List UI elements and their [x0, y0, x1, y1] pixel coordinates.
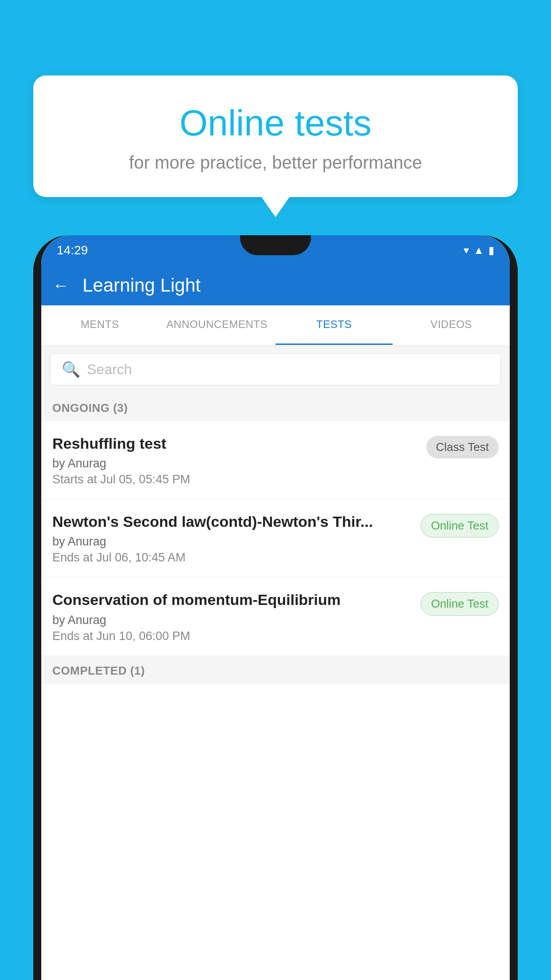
search-placeholder: Search [87, 361, 132, 378]
app-bar: ← Learning Light [41, 265, 510, 305]
back-button[interactable]: ← [52, 276, 69, 295]
test-list: Reshuffling test by Anurag Starts at Jul… [41, 421, 510, 656]
phone-screen: 14:29 ▾ ▲ ▮ ← Learning Light MENTS ANNOU… [41, 235, 510, 980]
tabs-bar: MENTS ANNOUNCEMENTS TESTS VIDEOS [41, 305, 510, 345]
test-date-newton: Ends at Jul 06, 10:45 AM [52, 551, 412, 565]
wifi-icon: ▾ [464, 244, 469, 257]
test-date-reshuffling: Starts at Jul 05, 05:45 PM [52, 473, 417, 486]
badge-online-test-newton: Online Test [421, 514, 499, 537]
test-date-conservation: Ends at Jun 10, 06:00 PM [52, 629, 412, 643]
search-icon: 🔍 [62, 360, 80, 378]
test-name-reshuffling: Reshuffling test [52, 434, 417, 453]
tab-videos[interactable]: VIDEOS [393, 305, 510, 345]
test-name-newton: Newton's Second law(contd)-Newton's Thir… [52, 512, 412, 531]
tab-tests[interactable]: TESTS [276, 305, 393, 345]
test-author-conservation: by Anurag [52, 613, 412, 627]
speech-bubble: Online tests for more practice, better p… [33, 75, 518, 197]
test-author-newton: by Anurag [52, 535, 412, 549]
status-icons: ▾ ▲ ▮ [464, 244, 494, 257]
app-title: Learning Light [83, 275, 201, 296]
search-container: 🔍 Search [41, 345, 510, 393]
signal-icon: ▲ [473, 244, 484, 257]
test-name-conservation: Conservation of momentum-Equilibrium [52, 590, 412, 609]
search-box[interactable]: 🔍 Search [50, 353, 501, 385]
test-info-conservation: Conservation of momentum-Equilibrium by … [52, 590, 412, 643]
badge-class-test: Class Test [426, 436, 499, 458]
test-item-reshuffling[interactable]: Reshuffling test by Anurag Starts at Jul… [41, 421, 510, 499]
bubble-subtitle: for more practice, better performance [55, 153, 496, 173]
bubble-title: Online tests [55, 102, 496, 144]
phone-notch [240, 235, 311, 255]
test-info-newton: Newton's Second law(contd)-Newton's Thir… [52, 512, 412, 565]
test-info-reshuffling: Reshuffling test by Anurag Starts at Jul… [52, 434, 417, 486]
tab-announcements[interactable]: ANNOUNCEMENTS [158, 305, 276, 345]
status-time: 14:29 [57, 243, 88, 257]
test-item-conservation[interactable]: Conservation of momentum-Equilibrium by … [41, 577, 510, 656]
ongoing-title: ONGOING (3) [52, 401, 128, 415]
test-item-newton[interactable]: Newton's Second law(contd)-Newton's Thir… [41, 499, 510, 577]
phone-frame: 14:29 ▾ ▲ ▮ ← Learning Light MENTS ANNOU… [33, 235, 518, 980]
completed-title: COMPLETED (1) [52, 664, 145, 677]
completed-section-header: COMPLETED (1) [41, 656, 510, 684]
test-author-reshuffling: by Anurag [52, 457, 417, 470]
tab-ments[interactable]: MENTS [41, 305, 158, 345]
ongoing-section-header: ONGOING (3) [41, 393, 510, 421]
badge-online-test-conservation: Online Test [421, 592, 499, 616]
battery-icon: ▮ [488, 244, 494, 257]
